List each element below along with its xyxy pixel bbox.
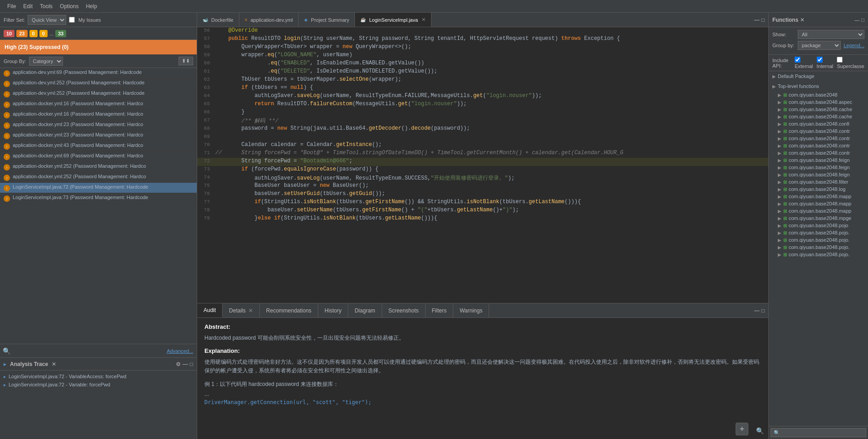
item-label: com.qiyuan.base2048.feign (789, 165, 850, 170)
tab-loginservice[interactable]: ☕ LoginServiceImpl.java ✕ (355, 13, 432, 27)
external-checkbox[interactable] (795, 57, 800, 63)
functions-list-item[interactable]: ▶ ⊞ com.qiyuan.base2048.pojo. (769, 229, 868, 236)
functions-list-item[interactable]: ▶ ⊞ com.qiyuan.base2048 (769, 91, 868, 98)
top-level-header[interactable]: ▶ Top-level functions (772, 83, 864, 90)
tab-diagram[interactable]: Diagram (348, 303, 382, 317)
tab-recommendations[interactable]: Recommendations (260, 303, 318, 317)
package-icon: ⊞ (783, 165, 787, 170)
functions-list-item[interactable]: ▶ ⊞ com.qiyuan.base2048.mapp (769, 207, 868, 215)
tab-details[interactable]: Details ✕ (223, 303, 260, 317)
advanced-button[interactable]: Advanced... (167, 348, 195, 354)
tab-details-close[interactable]: ✕ (248, 307, 253, 314)
internal-checkbox[interactable] (817, 57, 823, 63)
search-button[interactable]: 🔍 (2, 346, 11, 356)
functions-list-item[interactable]: ▶ ⊞ com.qiyuan.base2048.confi (769, 120, 868, 127)
sort-button[interactable]: ⬆⬇ (179, 57, 193, 65)
issue-item[interactable]: ! application-docker.yml:252 (Password M… (0, 162, 197, 172)
functions-list-item[interactable]: ▶ ⊞ com.qiyuan.base2048.cache (769, 113, 868, 120)
bottom-search-btn[interactable]: 🔍 (755, 426, 765, 435)
code-editor[interactable]: 56 @Override 57 public ResultDTO login(S… (197, 27, 768, 303)
editor-maximize-btn[interactable]: □ (761, 17, 765, 23)
functions-list-item[interactable]: ▶ ⊞ com.qiyuan.base2048.cache (769, 106, 868, 113)
tab-screenshots[interactable]: Screenshots (382, 303, 426, 317)
tab-project-summary[interactable]: ◈ Project Summary (299, 13, 355, 27)
badge-medium[interactable]: 23 (16, 30, 27, 37)
analysis-trace-close[interactable]: ✕ (52, 361, 56, 367)
groupby-select[interactable]: package (798, 41, 841, 50)
add-button[interactable]: + (736, 423, 748, 435)
trace-item[interactable]: ▸ LoginServiceImpl.java:72 - Variable: f… (0, 380, 197, 389)
trace-item[interactable]: ▸ LoginServiceImpl.java:72 - VariableAcc… (0, 372, 197, 380)
menu-help[interactable]: Help (82, 1, 101, 11)
issue-item[interactable]: ! application-dev.yml:252 (Password Mana… (0, 78, 197, 89)
editor-minimize-btn[interactable]: — (754, 17, 760, 23)
line-content: return ResultDTO.failureCustom(MessageUt… (213, 101, 768, 109)
functions-list-item[interactable]: ▶ ⊞ com.qiyuan.base2048.pojo. (769, 244, 868, 251)
badge-low-2[interactable]: 0 (39, 30, 48, 37)
issue-item-selected[interactable]: ! LoginServiceImpl.java:72 (Password Man… (0, 183, 197, 193)
functions-list-item[interactable]: ▶ ⊞ com.qiyuan.base2048.contr (769, 142, 868, 149)
superclasse-checkbox[interactable] (837, 57, 843, 63)
issue-item[interactable]: ! application-dev.yml:69 (Password Manag… (0, 68, 197, 78)
menu-tools[interactable]: Tools (36, 1, 56, 11)
panel-settings-btn[interactable]: ⚙ (176, 361, 181, 367)
bottom-maximize-btn[interactable]: □ (761, 307, 765, 314)
functions-list-item[interactable]: ▶ ⊞ com.qiyuan.base2048.feign (769, 156, 868, 164)
functions-list-item[interactable]: ▶ ⊞ com.qiyuan.base2048.pojo (769, 222, 868, 229)
badge-high[interactable]: 10 (4, 30, 15, 37)
default-package-header[interactable]: ▶ Default Package (772, 73, 864, 80)
package-icon: ⊞ (783, 107, 787, 112)
issue-item[interactable]: ! application-docker.yml:43 (Password Ma… (0, 141, 197, 151)
tab-history[interactable]: History (318, 303, 348, 317)
issue-item[interactable]: ! application-dev.yml:252 (Password Mana… (0, 89, 197, 99)
issue-item[interactable]: ! application-docker.yml:23 (Password Ma… (0, 120, 197, 131)
issue-item[interactable]: ! application-docker.yml:16 (Password Ma… (0, 110, 197, 120)
filter-set-select[interactable]: Quick View (28, 15, 66, 25)
functions-list-item[interactable]: ▶ ⊞ com.qiyuan.base2048.pojo. (769, 251, 868, 258)
functions-list-item[interactable]: ▶ ⊞ com.qiyuan.base2048.feign (769, 164, 868, 171)
badge-low-1[interactable]: 0 (29, 30, 38, 37)
tab-filters[interactable]: Filters (426, 303, 454, 317)
search-input[interactable] (13, 348, 165, 354)
tab-audit[interactable]: Audit (197, 303, 223, 317)
groupby-select[interactable]: Category (29, 57, 63, 66)
issue-item[interactable]: ! application-docker.yml:23 (Password Ma… (0, 131, 197, 141)
issue-item[interactable]: ! application-docker.yml:16 (Password Ma… (0, 99, 197, 110)
functions-list-item[interactable]: ▶ ⊞ com.qiyuan.base2048.mpge (769, 215, 868, 222)
menu-edit[interactable]: Edit (19, 1, 36, 11)
functions-minimize-btn[interactable]: — (854, 17, 859, 23)
badge-row: 10 23 0 0 ... 33 (0, 27, 197, 40)
issue-item[interactable]: ! application-docker.yml:69 (Password Ma… (0, 151, 197, 162)
issue-item[interactable]: ! LoginServiceImpl.java:73 (Password Man… (0, 193, 197, 204)
badge-total[interactable]: 33 (55, 30, 66, 37)
functions-panel-close[interactable]: ✕ (800, 17, 805, 23)
menu-options[interactable]: Options (56, 1, 82, 11)
panel-minimize-btn[interactable]: — (183, 361, 188, 367)
my-issues-checkbox[interactable] (69, 17, 75, 23)
functions-list-item[interactable]: ▶ ⊞ com.qiyuan.base2048.filter (769, 178, 868, 185)
bottom-minimize-btn[interactable]: — (754, 307, 760, 314)
tab-close-loginservice[interactable]: ✕ (422, 17, 426, 23)
functions-search-input[interactable] (771, 428, 866, 437)
legend-link[interactable]: Legend... (844, 43, 864, 48)
panel-expand-btn[interactable]: □ (190, 361, 193, 367)
functions-list-item[interactable]: ▶ ⊞ com.qiyuan.base2048.contr (769, 135, 868, 142)
tab-appdev-yml[interactable]: ≡ application-dev.yml (239, 13, 299, 27)
tab-dockerfile[interactable]: 🐋 Dockerfile (197, 13, 239, 27)
bottom-tab-controls: — □ (754, 307, 768, 314)
bottom-left-search-bar: 🔍 Advanced... (0, 344, 197, 357)
line-content: @Override (213, 27, 768, 35)
menu-file[interactable]: File (4, 1, 19, 11)
show-select[interactable]: All (798, 30, 864, 39)
tab-warnings[interactable]: Warnings (453, 303, 489, 317)
functions-list-item[interactable]: ▶ ⊞ com.qiyuan.base2048.mapp (769, 200, 868, 207)
issue-item[interactable]: ! application-docker.yml:252 (Password M… (0, 172, 197, 183)
functions-list-item[interactable]: ▶ ⊞ com.qiyuan.base2048.contr (769, 149, 868, 156)
functions-list-item[interactable]: ▶ ⊞ com.qiyuan.base2048.contr (769, 127, 868, 135)
functions-list-item[interactable]: ▶ ⊞ com.qiyuan.base2048.aspec (769, 98, 868, 106)
functions-maximize-btn[interactable]: □ (861, 17, 864, 23)
functions-list-item[interactable]: ▶ ⊞ com.qiyuan.base2048.log (769, 185, 868, 193)
functions-list-item[interactable]: ▶ ⊞ com.qiyuan.base2048.mapp (769, 193, 868, 200)
functions-list-item[interactable]: ▶ ⊞ com.qiyuan.base2048.pojo. (769, 236, 868, 244)
functions-list-item[interactable]: ▶ ⊞ com.qiyuan.base2048.feign (769, 171, 868, 178)
